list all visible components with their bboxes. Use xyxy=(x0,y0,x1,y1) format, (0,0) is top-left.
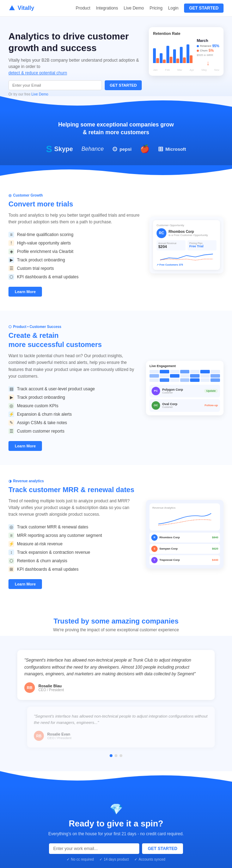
logos-row: S Skype Behance ⊙ pepsi 🍎 ⊞ Microsoft xyxy=(8,144,224,155)
logo-behance: Behance xyxy=(81,146,104,152)
feature-item: ▶Track product onboarding xyxy=(8,393,139,402)
logo[interactable]: Vitally xyxy=(8,5,34,12)
chart-label-feb: Feb xyxy=(165,68,170,72)
wave-into-cta xyxy=(0,771,232,785)
convert-trials-section: Customer Opportunity RC Rhombos Corp is … xyxy=(0,179,232,311)
pepsi-icon: ⊙ xyxy=(112,145,117,153)
retain-content: ⬡ Product • Customer Success Create & re… xyxy=(8,325,139,451)
churn-pct: 5% xyxy=(209,49,214,52)
chart-label-apr: Apr xyxy=(190,68,194,72)
trials-content: ◎ Customer Growth Convert more trials To… xyxy=(8,193,142,297)
mrr-company-3: T Trapezoal Corp $440 xyxy=(149,555,220,565)
trusted-title: Trusted by some amazing companies xyxy=(8,617,224,625)
feature-item: ☰Custom trial reports xyxy=(8,264,142,273)
mrr-content: ◑ Revenue analytics Track customer MRR &… xyxy=(8,479,139,589)
retention-chart-card: Retention Rate March Retained xyxy=(149,27,224,76)
bar-orange-3 xyxy=(170,57,172,63)
feature-icon-2: ! xyxy=(8,240,14,246)
author-title-2: CEO / President xyxy=(47,736,72,740)
tag-icon-2: ⬡ xyxy=(8,325,12,329)
nav-pricing[interactable]: Pricing xyxy=(149,6,163,11)
trust-item-2: ✓ 14 days product xyxy=(99,857,129,861)
trials-heading: Convert more trials xyxy=(8,199,142,209)
mrr-company-2: S Sampan Corp $620 xyxy=(149,544,220,554)
bar-blue-6 xyxy=(187,44,189,63)
tag-icon: ◎ xyxy=(8,193,12,197)
mrr-f-icon-6: ⊞ xyxy=(8,566,14,572)
trusted-section: Trusted by some amazing companies We're … xyxy=(0,603,232,636)
feature-item: ◎Measure custom KPIs xyxy=(8,402,139,410)
mrr-feature-list: ◎Track customer MRR & renewal dates ≡MRR… xyxy=(8,523,139,574)
cta-trust-row: ✓ No cc required ✓ 14 days product ✓ Acc… xyxy=(8,857,224,861)
hero-email-input[interactable] xyxy=(8,80,102,90)
feature-item: !High-value opportunity alerts xyxy=(8,239,142,247)
company-name-1: Polygon Corp xyxy=(162,388,202,391)
retain-learn-more-button[interactable]: Learn More xyxy=(8,441,42,451)
hero-cta-button[interactable]: GET STARTED xyxy=(105,80,142,90)
feature-item: ▤Track account & user-level product usag… xyxy=(8,385,139,393)
cta-form: GET STARTED xyxy=(49,843,183,854)
mrr-name-1: Rhombos Corp xyxy=(159,536,210,539)
nav-integrations[interactable]: Integrations xyxy=(96,6,118,11)
mrr-name-2: Sampan Corp xyxy=(159,547,210,550)
feature-icon-5: ☰ xyxy=(8,266,14,271)
arr-value: $204 xyxy=(158,244,184,249)
bar-orange-4 xyxy=(176,58,179,63)
bar-blue-2 xyxy=(160,53,163,63)
trials-learn-more-button[interactable]: Learn More xyxy=(8,287,42,297)
trial-avatar: RC xyxy=(157,228,166,238)
mrr-f-icon-1: ◎ xyxy=(8,524,14,530)
hero-email-form: GET STARTED xyxy=(8,80,142,90)
testimonials-section: "Segment's interface has allowed non-tec… xyxy=(0,636,232,771)
get-started-nav-button[interactable]: GET STARTED xyxy=(184,4,224,13)
logo-microsoft: ⊞ Microsoft xyxy=(158,145,186,153)
cta-get-started-button[interactable]: GET STARTED xyxy=(142,843,183,854)
testimonial-card-2: "Segment's interface has allowed non-tec… xyxy=(27,707,215,748)
trials-tag: ◎ Customer Growth xyxy=(8,193,142,197)
chart-label-may: May xyxy=(201,68,207,72)
author-title-1: CEO / President xyxy=(38,688,64,692)
mrr-heading: Track customer MRR & renewal dates xyxy=(8,485,139,494)
bar-orange-2 xyxy=(163,60,166,63)
feature-item: ☰Custom customer reports xyxy=(8,427,139,435)
month-label: March xyxy=(197,38,219,43)
mrr-chart-label: Revenue Analytics xyxy=(152,506,217,509)
chart-title: Retention Rate xyxy=(153,31,219,36)
login-button[interactable]: Login xyxy=(168,6,178,11)
nav-links: Product Integrations Live Demo Pricing L… xyxy=(76,4,224,13)
bar-blue-5 xyxy=(180,47,183,63)
nav-live-demo[interactable]: Live Demo xyxy=(124,6,144,11)
mrr-f-icon-3: ⚡ xyxy=(8,541,14,547)
retain-tag: ⬡ Product • Customer Success xyxy=(8,325,139,329)
mrr-f-icon-2: ≡ xyxy=(8,533,14,538)
company-avatar-1: PC xyxy=(152,387,160,395)
mrr-f-icon-5: ⬡ xyxy=(8,558,14,564)
cta-email-input[interactable] xyxy=(49,843,139,854)
feature-icon-1: ≡ xyxy=(8,232,14,237)
nav-product[interactable]: Product xyxy=(76,6,90,11)
pricing-value: Free Trial xyxy=(189,244,215,248)
mrr-chart xyxy=(152,511,217,527)
bar-orange-5 xyxy=(183,57,186,63)
feature-icon-4: ▶ xyxy=(8,257,14,263)
testimonial-text-2: "Segment's interface has allowed non-tec… xyxy=(34,713,208,726)
dot-2[interactable] xyxy=(115,754,117,757)
trials-desc: Tools and analytics to help you better t… xyxy=(8,212,142,225)
logos-title: Helping some exceptional companies grow … xyxy=(8,121,224,137)
chart-bars xyxy=(153,44,193,63)
score-2: Follow-up xyxy=(204,404,218,407)
bar-blue-3 xyxy=(166,46,169,63)
hero-highlight-link[interactable]: detect & reduce potential churn xyxy=(8,70,67,75)
skype-icon: S xyxy=(46,144,52,155)
mrr-learn-more-button[interactable]: Learn More xyxy=(8,579,42,589)
dot-3[interactable] xyxy=(120,754,122,757)
svg-marker-0 xyxy=(9,5,15,10)
hero-live-demo-link[interactable]: Live Demo xyxy=(31,92,48,96)
trial-company: Rhombos Corp xyxy=(169,230,208,234)
retain-desc: Want to tackle potential churn head on? … xyxy=(8,353,139,380)
dot-1[interactable] xyxy=(110,754,112,757)
author-1: RB Rosalie Blau CEO / President xyxy=(24,682,208,693)
cta-section: 💎 Ready to give it a spin? Everything's … xyxy=(0,785,232,868)
hero-section: Analytics to drive customer growth and s… xyxy=(0,17,232,96)
feature-item: ✎Assign CSMs & take notes xyxy=(8,418,139,427)
